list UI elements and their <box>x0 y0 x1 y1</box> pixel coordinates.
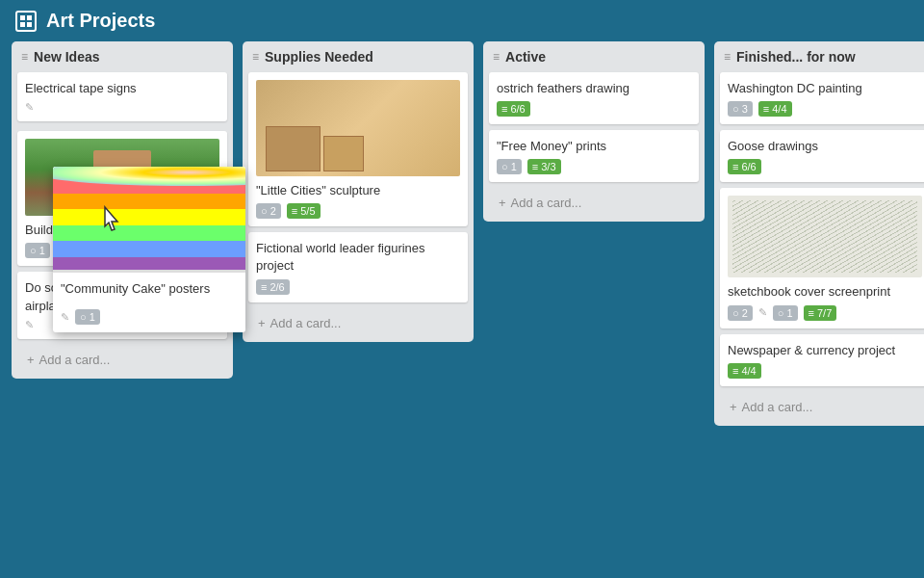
card-footer: ○ 2 ≡ 5/5 <box>256 203 460 219</box>
count-badge: ○ 1 <box>497 159 522 174</box>
add-label: Add a card... <box>270 316 342 330</box>
add-card-finished[interactable]: + Add a card... <box>720 394 924 420</box>
count-badge-2: ○ 1 <box>773 305 798 321</box>
card-goose[interactable]: Goose drawings ≡ 6/6 <box>720 130 924 182</box>
add-icon: + <box>730 400 737 414</box>
column-active: ≡ Active ostrich feathers drawing ≡ 6/6 <box>483 41 705 222</box>
edit-icon[interactable]: ✎ <box>25 101 34 114</box>
cards-container-active: ostrich feathers drawing ≡ 6/6 "Free Mon… <box>483 72 705 188</box>
checklist-value: 5/5 <box>300 205 315 217</box>
svg-rect-3 <box>27 22 32 27</box>
card-title: ostrich feathers drawing <box>497 80 691 97</box>
add-card-supplies[interactable]: + Add a card... <box>248 310 468 336</box>
column-title: Supplies Needed <box>265 49 373 65</box>
cards-container-finished: Washington DC painting ○ 3 ≡ 4/4 <box>714 72 924 392</box>
checklist-icon: ≡ <box>808 307 814 319</box>
count-value: 2 <box>270 205 276 217</box>
count-icon: ○ <box>778 307 784 319</box>
card-figurines[interactable]: Fictional world leader figurines project… <box>248 232 468 302</box>
checklist-value: 2/6 <box>270 281 284 293</box>
card-electrical-tape[interactable]: Electrical tape signs ✎ <box>17 72 227 121</box>
card-title: Washington DC painting <box>728 80 922 97</box>
board-icon <box>15 11 37 32</box>
checklist-value: 7/7 <box>817 307 832 319</box>
floating-card-body: "Community Cake" posters <box>53 273 245 309</box>
sketch-image <box>728 196 922 277</box>
card-footer: ✎ <box>25 101 219 114</box>
column-icon: ≡ <box>493 50 500 64</box>
floating-card-footer: ✎ ○ 1 <box>53 309 245 332</box>
count-value: 1 <box>90 311 95 323</box>
card-little-cities[interactable]: "Little Cities" sculpture ○ 2 ≡ 5/5 <box>248 72 468 226</box>
count-icon: ○ <box>261 205 268 217</box>
column-title: Active <box>505 49 546 65</box>
card-free-money[interactable]: "Free Money" prints ○ 1 ≡ 3/3 <box>489 130 699 182</box>
count-badge: ○ 3 <box>728 101 753 117</box>
edit-icon[interactable]: ✎ <box>758 306 767 319</box>
checklist-badge: ≡ 5/5 <box>287 203 321 219</box>
card-title: "Free Money" prints <box>497 138 691 155</box>
floating-card-image <box>53 167 245 273</box>
add-card-active[interactable]: + Add a card... <box>489 190 699 216</box>
column-header-active: ≡ Active <box>483 41 705 72</box>
card-sketchbook[interactable]: sketchbook cover screenprint ○ 2 ✎ ○ 1 ≡ <box>720 188 924 328</box>
svg-rect-0 <box>20 15 25 20</box>
card-title: Fictional world leader figurines project <box>256 240 460 275</box>
checklist-icon: ≡ <box>501 103 507 115</box>
column-supplies: ≡ Supplies Needed "Little Cities" sculpt… <box>243 41 474 342</box>
checklist-icon: ≡ <box>732 365 738 377</box>
card-ostrich[interactable]: ostrich feathers drawing ≡ 6/6 <box>489 72 699 124</box>
card-footer: ≡ 6/6 <box>728 159 922 174</box>
count-icon: ○ <box>30 245 37 256</box>
count-badge: ○ 1 <box>75 309 100 325</box>
column-icon: ≡ <box>252 50 259 64</box>
card-footer: ≡ 2/6 <box>256 279 460 295</box>
count-icon: ○ <box>501 161 508 172</box>
card-footer: ○ 1 ≡ 3/3 <box>497 159 691 174</box>
add-icon: + <box>258 316 266 330</box>
checklist-icon: ≡ <box>732 161 738 172</box>
card-title: sketchbook cover screenprint <box>728 283 922 301</box>
add-icon: + <box>499 196 506 210</box>
checklist-badge: ≡ 3/3 <box>527 159 561 174</box>
checklist-value: 6/6 <box>741 161 756 172</box>
count-value: 1 <box>511 161 517 172</box>
checklist-icon: ≡ <box>292 205 297 217</box>
card-title: Electrical tape signs <box>25 80 219 97</box>
count-value: 1 <box>786 307 792 319</box>
column-title: Finished... for now <box>736 49 856 65</box>
add-label: Add a card... <box>511 196 582 210</box>
column-header-finished: ≡ Finished... for now <box>714 41 924 72</box>
checklist-badge: ≡ 4/4 <box>758 101 792 117</box>
card-footer: ○ 3 ≡ 4/4 <box>728 101 922 117</box>
checklist-badge: ≡ 6/6 <box>497 101 530 117</box>
count-value: 1 <box>39 245 45 256</box>
edit-icon[interactable]: ✎ <box>61 311 69 324</box>
column-finished: ≡ Finished... for now Washington DC pain… <box>714 41 924 426</box>
checklist-badge: ≡ 6/6 <box>728 159 761 174</box>
checklist-icon: ≡ <box>532 161 538 172</box>
svg-rect-1 <box>27 15 32 20</box>
count-value: 2 <box>742 307 748 319</box>
count-icon: ○ <box>732 103 739 115</box>
checklist-icon: ≡ <box>763 103 769 115</box>
checklist-value: 4/4 <box>741 365 756 377</box>
add-icon: + <box>27 353 35 367</box>
boxes-image <box>256 80 460 176</box>
floating-card-community-cake[interactable]: "Community Cake" posters ✎ ○ 1 <box>53 167 245 332</box>
card-newspaper[interactable]: Newspaper & currency project ≡ 4/4 <box>720 334 924 386</box>
card-footer: ○ 2 ✎ ○ 1 ≡ 7/7 <box>728 305 922 321</box>
add-card-new-ideas[interactable]: + Add a card... <box>17 347 227 373</box>
app-header: Art Projects <box>0 0 924 41</box>
column-icon: ≡ <box>21 50 28 64</box>
edit-icon[interactable]: ✎ <box>25 319 34 331</box>
checklist-badge: ≡ 2/6 <box>256 279 290 295</box>
card-washington[interactable]: Washington DC painting ○ 3 ≡ 4/4 <box>720 72 924 124</box>
card-footer: ≡ 4/4 <box>728 363 922 379</box>
add-label: Add a card... <box>742 400 813 414</box>
column-title: New Ideas <box>34 49 99 65</box>
column-header-supplies: ≡ Supplies Needed <box>243 41 474 72</box>
card-title: Goose drawings <box>728 138 922 155</box>
checklist-badge: ≡ 7/7 <box>804 305 837 321</box>
count-badge: ○ 2 <box>728 305 753 321</box>
